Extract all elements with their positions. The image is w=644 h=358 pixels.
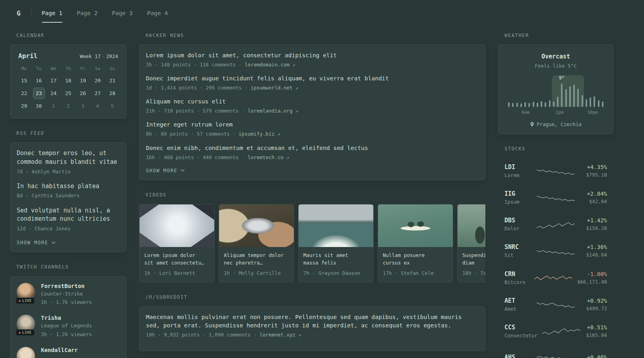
rss-item[interactable]: Sed volutpat nulla nisl, a condimentum n… xyxy=(17,206,120,233)
video-thumbnail[interactable] xyxy=(299,204,373,247)
live-dot-icon xyxy=(19,300,21,302)
weather-hour-bar xyxy=(573,85,575,107)
reddit-post[interactable]: Maecenas mollis pulvinar erat non posuer… xyxy=(146,313,479,339)
calendar-day: 30 xyxy=(33,100,45,112)
video-title[interactable]: Mauris sit amet massa felis xyxy=(303,251,369,267)
calendar-month: April xyxy=(18,52,37,60)
weather-hour-bar xyxy=(541,101,542,107)
video-meta: 18h · Tara xyxy=(462,270,485,277)
hn-item-title[interactable]: Aliquam nec cursus elit xyxy=(146,97,479,106)
video-card[interactable]: Mauris sit amet massa felis 7h · Grayson… xyxy=(298,204,374,282)
video-title[interactable]: Aliquam tempor dolor nec pharetra… xyxy=(224,251,289,267)
rss-item[interactable]: In hac habitasse platea 8d · Cynthia Sau… xyxy=(17,182,120,200)
stock-row[interactable]: SNRCSit +1.36%$148.64 xyxy=(498,238,613,265)
reddit-post-domain-link[interactable]: loremnet.xyz xyxy=(260,332,295,338)
hn-show-more-button[interactable]: SHOW MORE xyxy=(146,167,185,173)
stock-row[interactable]: AHS +0.46% xyxy=(498,345,613,358)
calendar-widget: CALENDAR April Week 17·2024 MoTuWeThFrSa… xyxy=(10,33,126,119)
rss-show-more-button[interactable]: SHOW MORE xyxy=(17,239,56,245)
hn-item-domain-link[interactable]: loremlandia.org xyxy=(248,108,293,114)
rss-item-title[interactable]: Sed volutpat nulla nisl, a condimentum n… xyxy=(17,206,120,224)
hn-item-meta: 1d · 1,414 points · 299 comments · ipsum… xyxy=(146,84,479,91)
channel-name[interactable]: Trisha xyxy=(41,315,92,321)
hn-item[interactable]: Donec enim nibh, condimentum et accumsan… xyxy=(146,144,479,161)
rss-item[interactable]: Donec tempor eros leo, ut commodo mauris… xyxy=(17,149,120,175)
rss-item-title[interactable]: Donec tempor eros leo, ut commodo mauris… xyxy=(17,149,120,167)
stock-sparkline xyxy=(537,191,575,205)
weather-bar-chart: 9° xyxy=(507,75,604,107)
rss-item-title[interactable]: In hac habitasse platea xyxy=(17,182,120,191)
external-link-icon: ↗ xyxy=(277,132,280,137)
stock-row[interactable]: AETAmet +0.92%$499.72 xyxy=(498,292,613,318)
separator: · xyxy=(239,62,242,68)
glance-dashboard: { "sep": "·", "icons": { "external": "↗"… xyxy=(0,0,644,358)
video-card[interactable]: Lorem ipsum dolor sit amet consectetu… 1… xyxy=(139,204,215,282)
hn-item[interactable]: Integer eget rutrum lorem 6h · 60 points… xyxy=(146,121,479,138)
hn-item[interactable]: Lorem ipsum dolor sit amet, consectetur … xyxy=(146,51,479,68)
video-thumbnail[interactable] xyxy=(219,204,294,247)
video-thumbnail[interactable] xyxy=(140,204,214,247)
hn-item-title[interactable]: Lorem ipsum dolor sit amet, consectetur … xyxy=(146,51,479,60)
stock-row[interactable]: CCSConsectetur +0.51%$165.84 xyxy=(498,318,613,345)
twitch-channel[interactable]: LIVE ForrestBurton Counter-Strike 1h · 1… xyxy=(17,283,120,306)
stock-row[interactable]: LDILorem +4.35%$795.18 xyxy=(498,158,613,185)
stock-row[interactable]: DBSDolor +1.42%$156.28 xyxy=(498,211,613,238)
hn-item[interactable]: Donec imperdiet augue tincidunt felis al… xyxy=(146,74,479,91)
video-title[interactable]: Suspendisse diam xyxy=(462,251,485,267)
channel-name[interactable]: KendallCarr xyxy=(41,347,78,353)
channel-info: ForrestBurton Counter-Strike 1h · 1.7k v… xyxy=(41,283,92,306)
stock-sparkline xyxy=(537,350,575,358)
video-title[interactable]: Lorem ipsum dolor sit amet consectetu… xyxy=(144,251,209,267)
channel-game[interactable]: Counter-Strike xyxy=(41,290,92,298)
channel-info: KendallCarr xyxy=(41,347,78,353)
hn-item-title[interactable]: Integer eget rutrum lorem xyxy=(146,121,479,129)
video-title[interactable]: Nullam posuere cursus ex xyxy=(383,251,448,267)
tab-page-3[interactable]: Page 3 xyxy=(112,0,132,26)
stock-row[interactable]: CRNBitcorn -1.00%$66,171.48 xyxy=(498,265,613,292)
twitch-channel[interactable]: KendallCarr xyxy=(17,347,120,358)
hn-item-domain-link[interactable]: loremdomain.com xyxy=(244,62,289,68)
video-card[interactable]: Nullam posuere cursus ex 17h · Stefan Co… xyxy=(378,204,453,282)
show-more-label: SHOW MORE xyxy=(146,168,177,173)
separator: · xyxy=(244,85,248,91)
video-card[interactable]: Suspendisse diam 18h · Tara xyxy=(457,204,485,282)
hn-item-domain-link[interactable]: loremtech.co xyxy=(248,154,283,160)
stock-change: -1.00% xyxy=(577,271,607,277)
stock-row[interactable]: IIGIpsum +2.84%$42.04 xyxy=(498,185,613,211)
live-label: LIVE xyxy=(22,331,32,335)
rss-item-meta: 8d · Cynthia Saunders xyxy=(17,192,120,199)
calendar-day: 15 xyxy=(18,75,30,86)
tab-page-2[interactable]: Page 2 xyxy=(77,0,97,26)
tab-page-4[interactable]: Page 4 xyxy=(147,0,168,26)
weather-hour-bar xyxy=(582,95,583,107)
calendar-day: 27 xyxy=(92,88,104,99)
calendar-day: 20 xyxy=(92,75,104,86)
twitch-widget: TWITCH CHANNELS LIVE ForrestBurton Count… xyxy=(10,264,126,358)
stock-symbol: AHS xyxy=(504,354,532,358)
twitch-channel[interactable]: LIVE Trisha League of Legends 3h · 1.2k … xyxy=(17,315,120,338)
channel-game[interactable]: League of Legends xyxy=(41,322,92,329)
app-logo[interactable]: G xyxy=(10,10,31,17)
hn-item-domain-link[interactable]: ipsumworld.net xyxy=(250,85,292,91)
rss-item-meta: 12d · Chance Jones xyxy=(17,225,120,232)
calendar-day: 3 xyxy=(77,100,89,112)
hn-item-domain-link[interactable]: ipsumify.biz xyxy=(239,131,274,137)
video-card[interactable]: Aliquam tempor dolor nec pharetra… 1h · … xyxy=(219,204,294,282)
hn-item[interactable]: Aliquam nec cursus elit 21h · 710 points… xyxy=(146,97,479,115)
external-link-icon: ↗ xyxy=(295,86,298,91)
weather-hour-bar xyxy=(590,97,591,107)
rss-card: Donec tempor eros leo, ut commodo mauris… xyxy=(10,142,126,252)
hn-item-title[interactable]: Donec enim nibh, condimentum et accumsan… xyxy=(146,144,479,152)
video-meta: 1h · Lori Barnett xyxy=(144,270,209,277)
stock-sparkline xyxy=(537,298,575,311)
video-thumbnail[interactable] xyxy=(378,204,453,247)
tab-page-1[interactable]: Page 1 xyxy=(42,0,62,26)
channel-name[interactable]: ForrestBurton xyxy=(41,283,92,289)
hn-item-title[interactable]: Donec imperdiet augue tincidunt felis al… xyxy=(146,74,479,83)
video-carousel: Lorem ipsum dolor sit amet consectetu… 1… xyxy=(139,204,485,282)
video-thumbnail[interactable] xyxy=(458,204,485,247)
rss-item-meta: 7d · Ashlyn Martin xyxy=(17,168,120,175)
reddit-post-title[interactable]: Maecenas mollis pulvinar erat non posuer… xyxy=(146,313,479,330)
stock-change: +1.36% xyxy=(580,244,607,250)
live-badge: LIVE xyxy=(16,329,35,336)
